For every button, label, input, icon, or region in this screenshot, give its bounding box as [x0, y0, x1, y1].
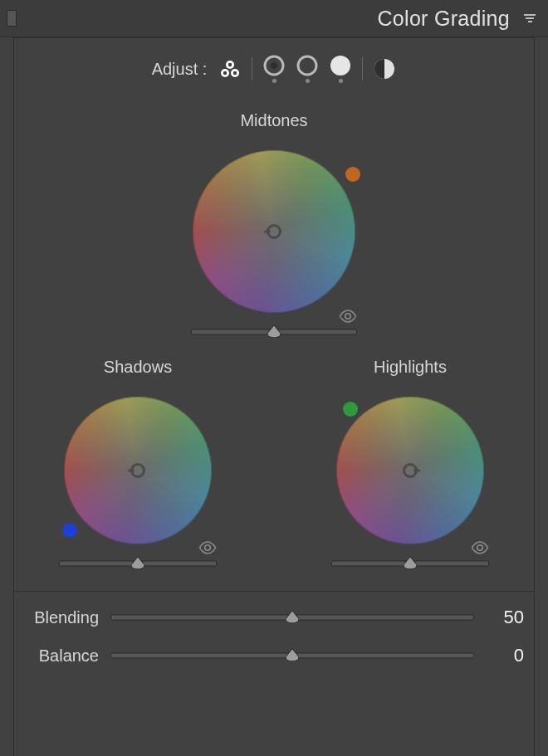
mode-separator-icon: [252, 57, 252, 80]
highlights-visibility-icon[interactable]: [471, 541, 489, 558]
balance-value[interactable]: 0: [486, 645, 524, 666]
svg-point-7: [271, 62, 277, 69]
svg-point-13: [477, 545, 483, 551]
midtones-heading: Midtones: [240, 111, 307, 130]
blending-slider-thumb[interactable]: [286, 611, 299, 623]
shadows-highlights-row: Shadows: [14, 358, 534, 568]
midtones-edge-indicator[interactable]: [345, 167, 360, 182]
highlights-luminance-slider[interactable]: [331, 559, 489, 568]
midtones-visibility-icon[interactable]: [339, 310, 357, 326]
panel-header: Color Grading: [0, 0, 548, 37]
panel-enable-chip[interactable]: [7, 10, 17, 27]
balance-slider[interactable]: [110, 651, 474, 660]
adjust-mode-row: Adjust :: [14, 55, 534, 83]
panel-title: Color Grading: [377, 7, 510, 31]
shadows-heading: Shadows: [104, 358, 172, 377]
balance-slider-thumb[interactable]: [286, 649, 299, 661]
shadows-wheel-handle[interactable]: [130, 463, 145, 478]
color-grading-panel: Color Grading Adjust :: [0, 0, 548, 756]
shadows-color-wheel[interactable]: [64, 397, 212, 544]
blending-slider[interactable]: [110, 613, 474, 622]
panel-inner: Adjust :: [13, 37, 535, 756]
shadows-edge-indicator[interactable]: [62, 523, 77, 538]
mode-separator-icon: [362, 57, 363, 80]
midtones-color-wheel[interactable]: [193, 150, 355, 313]
svg-point-11: [345, 314, 351, 319]
divider: [14, 591, 534, 592]
midtones-section: Midtones: [14, 111, 534, 336]
highlights-section: Highlights: [306, 358, 514, 568]
highlights-heading: Highlights: [374, 358, 447, 377]
svg-point-12: [205, 545, 211, 551]
highlights-edge-indicator[interactable]: [343, 402, 358, 417]
shadows-visibility-icon[interactable]: [198, 541, 217, 558]
highlights-color-wheel[interactable]: [336, 397, 484, 544]
adjust-label: Adjust :: [152, 60, 208, 79]
blending-value[interactable]: 50: [486, 607, 524, 628]
shadows-luminance-slider[interactable]: [59, 559, 217, 568]
panel-disclosure-icon[interactable]: [523, 12, 536, 25]
adjust-mode-icons: [218, 55, 396, 83]
midtones-luminance-slider[interactable]: [191, 328, 357, 336]
svg-point-4: [223, 71, 227, 75]
mode-three-way-icon[interactable]: [218, 58, 242, 80]
midtones-wheel-handle[interactable]: [267, 224, 281, 239]
svg-point-5: [233, 71, 237, 75]
mode-shadows-icon[interactable]: [262, 55, 286, 83]
blending-label: Blending: [24, 608, 99, 627]
highlights-wheel-handle[interactable]: [403, 463, 418, 478]
balance-row: Balance 0: [14, 645, 534, 666]
balance-label: Balance: [24, 646, 99, 666]
mode-midtones-icon[interactable]: [296, 55, 319, 83]
shadows-section: Shadows: [34, 358, 242, 568]
panel-body: Adjust :: [0, 37, 548, 756]
svg-point-9: [330, 56, 350, 76]
mode-highlights-icon[interactable]: [329, 55, 352, 83]
svg-point-8: [298, 56, 316, 75]
mode-global-icon[interactable]: [373, 58, 396, 80]
blending-row: Blending 50: [14, 607, 534, 628]
svg-point-3: [228, 63, 232, 66]
